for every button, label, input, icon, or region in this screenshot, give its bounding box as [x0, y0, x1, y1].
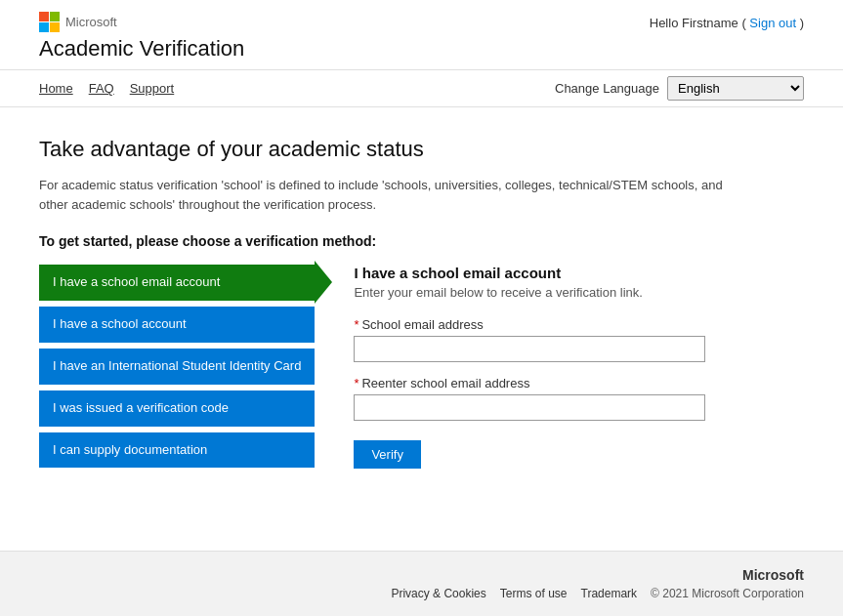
- greeting-text: Hello Firstname: [650, 16, 738, 30]
- required-star-2: *: [354, 376, 358, 390]
- nav-bar: Home FAQ Support Change Language English…: [0, 70, 843, 107]
- school-email-group: *School email address: [354, 317, 705, 362]
- panel-title: I have a school email account: [354, 265, 705, 281]
- verify-button[interactable]: Verify: [354, 440, 421, 469]
- school-email-input[interactable]: [354, 336, 705, 362]
- section-description: For academic status verification 'school…: [39, 176, 723, 214]
- school-email-label: *School email address: [354, 317, 705, 332]
- footer-links: Privacy & Cookies Terms of use Trademark…: [39, 587, 804, 600]
- footer: Microsoft Privacy & Cookies Terms of use…: [0, 551, 843, 616]
- footer-copyright: © 2021 Microsoft Corporation: [651, 587, 804, 600]
- ms-logo-text: Microsoft: [65, 15, 117, 29]
- panel-description: Enter your email below to receive a veri…: [354, 285, 705, 300]
- main-content: Take advantage of your academic status F…: [0, 107, 843, 551]
- header-left: Microsoft Academic Verification: [39, 12, 244, 62]
- header-greeting: Hello Firstname ( Sign out ): [650, 16, 804, 30]
- footer-trademark[interactable]: Trademark: [581, 587, 638, 600]
- reenter-email-group: *Reenter school email address: [354, 376, 705, 421]
- header: Microsoft Academic Verification Hello Fi…: [0, 0, 843, 70]
- signout-link[interactable]: Sign out: [749, 16, 796, 30]
- options-column: I have a school email account I have a s…: [39, 265, 315, 468]
- option-verification-code[interactable]: I was issued a verification code: [39, 390, 315, 427]
- option-documentation[interactable]: I can supply documentation: [39, 432, 315, 469]
- nav-links: Home FAQ Support: [39, 81, 174, 96]
- ms-logo-grid: [39, 12, 60, 32]
- footer-brand: Microsoft: [39, 567, 804, 583]
- page-title: Academic Verification: [39, 36, 244, 62]
- verification-panel: I have a school email account Enter your…: [354, 265, 705, 469]
- required-star-1: *: [354, 317, 358, 332]
- nav-faq[interactable]: FAQ: [89, 81, 114, 96]
- option-isic[interactable]: I have an International Student Identity…: [39, 349, 315, 385]
- section-title: Take advantage of your academic status: [39, 137, 804, 162]
- nav-home[interactable]: Home: [39, 81, 73, 96]
- option-school-account[interactable]: I have a school account: [39, 307, 315, 343]
- microsoft-logo: Microsoft: [39, 12, 244, 32]
- reenter-email-input[interactable]: [354, 394, 705, 421]
- reenter-email-label: *Reenter school email address: [354, 376, 705, 390]
- change-language-label: Change Language: [555, 81, 659, 96]
- footer-terms[interactable]: Terms of use: [500, 587, 568, 600]
- choose-method-label: To get started, please choose a verifica…: [39, 233, 804, 249]
- option-school-email[interactable]: I have a school email account: [39, 265, 315, 301]
- verification-layout: I have a school email account I have a s…: [39, 265, 804, 469]
- language-section: Change Language English Español Français…: [555, 76, 804, 101]
- nav-support[interactable]: Support: [130, 81, 175, 96]
- language-select[interactable]: English Español Français Deutsch: [667, 76, 804, 101]
- footer-privacy[interactable]: Privacy & Cookies: [391, 587, 485, 600]
